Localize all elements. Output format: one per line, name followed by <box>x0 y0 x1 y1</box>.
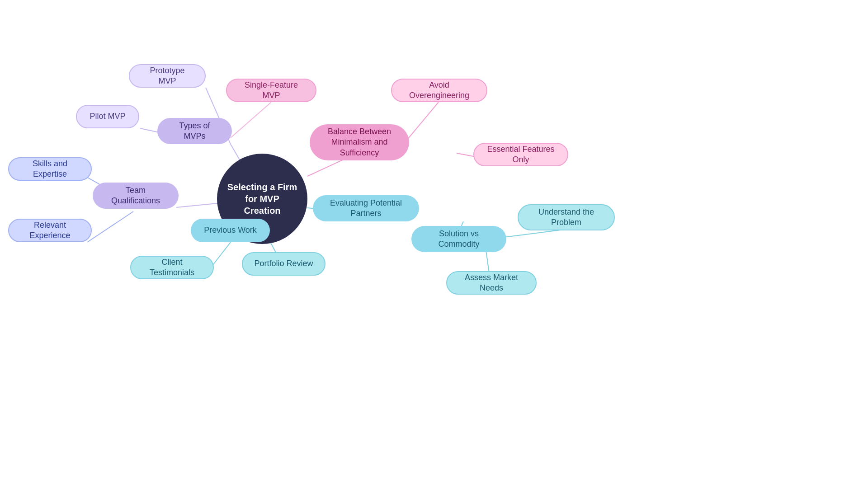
prototype-mvp-label: Prototype MVP <box>141 66 194 87</box>
essential-features-node[interactable]: Essential Features Only <box>473 143 568 166</box>
relevant-experience-node[interactable]: Relevant Experience <box>8 219 92 242</box>
avoid-overengineering-label: Avoid Overengineering <box>403 80 476 101</box>
previous-work-label: Previous Work <box>204 225 257 235</box>
understand-problem-label: Understand the Problem <box>529 207 603 228</box>
single-feature-mvp-label: Single-Feature MVP <box>238 80 305 101</box>
svg-line-9 <box>87 211 133 242</box>
single-feature-mvp-node[interactable]: Single-Feature MVP <box>226 79 316 102</box>
client-testimonials-node[interactable]: Client Testimonials <box>130 256 214 279</box>
prototype-mvp-node[interactable]: Prototype MVP <box>129 64 206 88</box>
balance-label: Balance Between Minimalism and Sufficien… <box>321 127 398 158</box>
team-qualifications-label: Team Qualifications <box>104 185 168 206</box>
types-of-mvps-label: Types of MVPs <box>168 121 221 142</box>
skills-expertise-node[interactable]: Skills and Expertise <box>8 157 92 181</box>
assess-market-needs-node[interactable]: Assess Market Needs <box>446 271 537 295</box>
balance-node[interactable]: Balance Between Minimalism and Sufficien… <box>310 124 409 160</box>
understand-problem-node[interactable]: Understand the Problem <box>518 204 615 230</box>
avoid-overengineering-node[interactable]: Avoid Overengineering <box>391 79 487 102</box>
portfolio-review-node[interactable]: Portfolio Review <box>242 252 326 276</box>
svg-line-11 <box>212 242 231 267</box>
portfolio-review-label: Portfolio Review <box>254 258 313 269</box>
svg-line-15 <box>504 230 561 237</box>
center-label: Selecting a Firm for MVP Creation <box>226 181 298 216</box>
solution-vs-commodity-node[interactable]: Solution vs Commodity <box>411 226 506 252</box>
essential-features-label: Essential Features Only <box>485 144 557 165</box>
skills-expertise-label: Skills and Expertise <box>20 159 80 180</box>
assess-market-needs-label: Assess Market Needs <box>458 272 525 294</box>
svg-line-3 <box>231 102 271 138</box>
pilot-mvp-label: Pilot MVP <box>90 111 125 122</box>
previous-work-node[interactable]: Previous Work <box>191 219 270 242</box>
evaluating-partners-node[interactable]: Evaluating Potential Partners <box>313 195 419 221</box>
types-of-mvps-node[interactable]: Types of MVPs <box>157 118 232 144</box>
team-qualifications-node[interactable]: Team Qualifications <box>93 183 179 209</box>
solution-vs-commodity-label: Solution vs Commodity <box>422 229 495 250</box>
client-testimonials-label: Client Testimonials <box>142 257 202 278</box>
relevant-experience-label: Relevant Experience <box>20 220 80 241</box>
evaluating-partners-label: Evaluating Potential Partners <box>324 198 408 219</box>
pilot-mvp-node[interactable]: Pilot MVP <box>76 105 139 128</box>
svg-line-5 <box>407 102 439 140</box>
